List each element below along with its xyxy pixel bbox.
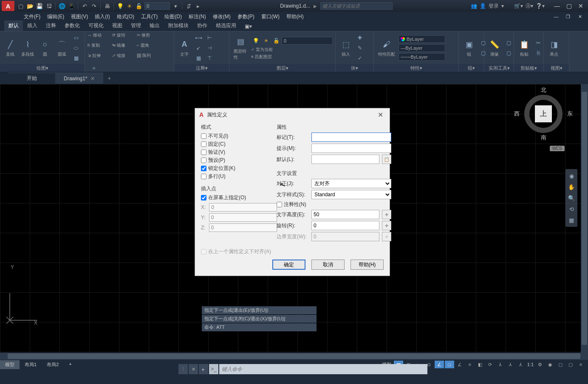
vertical-scrollbar[interactable] xyxy=(581,84,588,353)
layer-match[interactable]: ≡ 匹配图层 xyxy=(251,54,272,60)
login-link[interactable]: 登录 xyxy=(489,3,499,10)
sun-icon[interactable]: ☀ xyxy=(126,2,133,10)
panel-group-title[interactable]: 组 ▾ xyxy=(459,64,484,72)
annotative-icon[interactable]: ⅄ xyxy=(496,361,505,368)
tab-annotate[interactable]: 注释 xyxy=(42,20,60,31)
polyline-button[interactable]: ⌇多段线 xyxy=(20,38,36,58)
y-input[interactable] xyxy=(209,213,277,222)
tab-drawing1[interactable]: Drawing1* ✕ xyxy=(55,73,103,84)
panel-draw-title[interactable]: 绘图 ▾ xyxy=(0,64,85,72)
nav-zoom-icon[interactable]: 🔍 xyxy=(567,194,576,202)
rect-icon[interactable]: ▭ xyxy=(71,33,81,42)
line-button[interactable]: ╱直线 xyxy=(3,38,18,58)
command-input[interactable] xyxy=(219,364,427,374)
menu-modify[interactable]: 修改(M) xyxy=(213,13,231,20)
trim-button[interactable]: ✂ 修剪 xyxy=(137,32,161,42)
insert-block-button[interactable]: ⬚插入 xyxy=(338,38,353,58)
menu-window[interactable]: 窗口(W) xyxy=(261,13,280,20)
menu-insert[interactable]: 插入(I) xyxy=(95,13,110,20)
ok-button[interactable]: 确定 xyxy=(272,260,305,270)
tag-input[interactable] xyxy=(311,133,391,142)
menu-help[interactable]: 帮助(H) xyxy=(286,13,304,20)
cart-icon[interactable]: 🛒▾ xyxy=(514,3,523,9)
tab-visualize[interactable]: 可视化 xyxy=(84,20,108,31)
redo-icon[interactable]: ↷ xyxy=(90,2,98,10)
array-button[interactable]: ▦ 阵列 xyxy=(137,53,161,62)
paste-button[interactable]: 📋粘贴 xyxy=(517,38,532,58)
block-edit-icon[interactable]: ✎ xyxy=(355,43,365,53)
osnap-toggle[interactable]: □ xyxy=(445,361,454,368)
web-icon[interactable]: 🌐 xyxy=(58,2,66,10)
share-icon[interactable]: ⇵ xyxy=(185,2,192,10)
panel-clip-title[interactable]: 剪贴板 ▾ xyxy=(514,64,543,72)
panel-block-title[interactable]: 块 ▾ xyxy=(336,64,373,72)
menu-draw[interactable]: 绘图(D) xyxy=(164,13,182,20)
annotative-checkbox[interactable]: 注释性(N) xyxy=(277,201,391,208)
cancel-button[interactable]: 取消 xyxy=(311,260,345,270)
height-input[interactable] xyxy=(311,210,379,219)
add-tab-button[interactable]: + xyxy=(103,75,115,82)
linetype-combo[interactable]: ─── ByLayer xyxy=(399,53,445,61)
panel-layer-title[interactable]: 图层 ▾ xyxy=(229,64,335,72)
lineweight-toggle[interactable]: ≡ xyxy=(465,361,475,368)
dim3-icon[interactable]: ⊣ xyxy=(205,43,214,53)
hatch-icon[interactable]: ▦ xyxy=(71,54,81,63)
annoscale2-icon[interactable]: ⅄ xyxy=(516,361,526,368)
minimize-button[interactable]: — xyxy=(551,2,563,10)
tab-default[interactable]: 默认 xyxy=(4,20,23,31)
circle-button[interactable]: ○圆 xyxy=(37,38,53,58)
rotation-input[interactable] xyxy=(311,221,379,230)
lock-icon[interactable]: 🔓 xyxy=(135,2,143,10)
tab-output[interactable]: 输出 xyxy=(145,20,164,31)
ellipse-icon[interactable]: ⬭ xyxy=(71,43,81,53)
verify-checkbox[interactable]: 验证(V) xyxy=(201,149,269,156)
copy-button[interactable]: ⎘ 复制 xyxy=(88,42,111,52)
style-select[interactable]: Standard xyxy=(311,190,391,199)
custom-icon[interactable]: ≡ xyxy=(576,361,585,368)
layerprops-button[interactable]: ▤图层特性 xyxy=(232,35,249,61)
dim-icon[interactable]: ⟷ xyxy=(194,33,203,42)
multiline-checkbox[interactable]: 多行(U) xyxy=(201,173,269,180)
tab-param[interactable]: 参数化 xyxy=(60,20,84,31)
prompt-input[interactable] xyxy=(311,144,391,153)
panel-view-title[interactable]: 视图 ▾ xyxy=(544,64,569,72)
tab-featured[interactable]: 精选应用 xyxy=(212,20,240,31)
cleanscreen-icon[interactable]: ▢ xyxy=(566,361,575,368)
menu-edit[interactable]: 编辑(E) xyxy=(47,13,64,20)
dim4-icon[interactable]: ⊤ xyxy=(205,54,214,63)
justify-select[interactable]: 左对齐 xyxy=(311,179,391,188)
gear-icon[interactable]: ⚙ xyxy=(535,361,545,368)
app-logo[interactable]: A xyxy=(2,1,14,11)
nav-pan-icon[interactable]: ✋ xyxy=(567,183,576,191)
monitor-icon[interactable]: ▢ xyxy=(556,361,565,368)
user-icon[interactable]: 👤 xyxy=(480,3,486,9)
maximize-button[interactable]: ▢ xyxy=(563,2,574,10)
a360-icon[interactable]: Ⓐ▾ xyxy=(526,3,533,10)
cmd-handle-icon[interactable]: ⋮ xyxy=(178,364,188,374)
measure-button[interactable]: 📏测量 xyxy=(487,38,502,58)
panel-utils-title[interactable]: 实用工具 ▾ xyxy=(484,64,514,72)
menu-format[interactable]: 格式(O) xyxy=(117,13,134,20)
explode-icon[interactable]: ✧ xyxy=(89,64,99,73)
qat-more-icon[interactable]: ▸ xyxy=(194,2,202,10)
constant-checkbox[interactable]: 固定(C) xyxy=(201,141,269,148)
modelspace-tab[interactable]: 模型 xyxy=(0,360,20,369)
viewcube[interactable]: 上 北 南 东 西 xyxy=(520,90,567,137)
x-input[interactable] xyxy=(209,203,277,212)
layout1-tab[interactable]: 布局1 xyxy=(20,360,42,369)
transparency-toggle[interactable]: ◧ xyxy=(475,361,485,368)
tab-view[interactable]: 视图 xyxy=(108,20,127,31)
dialog-close-button[interactable]: ✕ xyxy=(375,110,385,120)
move-button[interactable]: ↔ 移动 xyxy=(88,32,111,42)
onscreen-checkbox[interactable]: 在屏幕上指定(O) xyxy=(201,194,269,201)
open-icon[interactable]: 📂 xyxy=(26,2,34,10)
panel-props-title[interactable]: 特性 ▾ xyxy=(374,64,458,72)
default-input[interactable] xyxy=(311,155,379,164)
otrack-toggle[interactable]: ∠ xyxy=(455,361,464,368)
arc-button[interactable]: ⌒圆弧 xyxy=(54,38,70,58)
lineweight-combo[interactable]: — ByLayer xyxy=(399,44,445,52)
menu-param[interactable]: 参数(P) xyxy=(237,13,254,20)
util3-icon[interactable]: ▢ xyxy=(504,48,513,58)
nav-showmotion-icon[interactable]: ▦ xyxy=(567,216,576,224)
tab-collab[interactable]: 协作 xyxy=(193,20,212,31)
